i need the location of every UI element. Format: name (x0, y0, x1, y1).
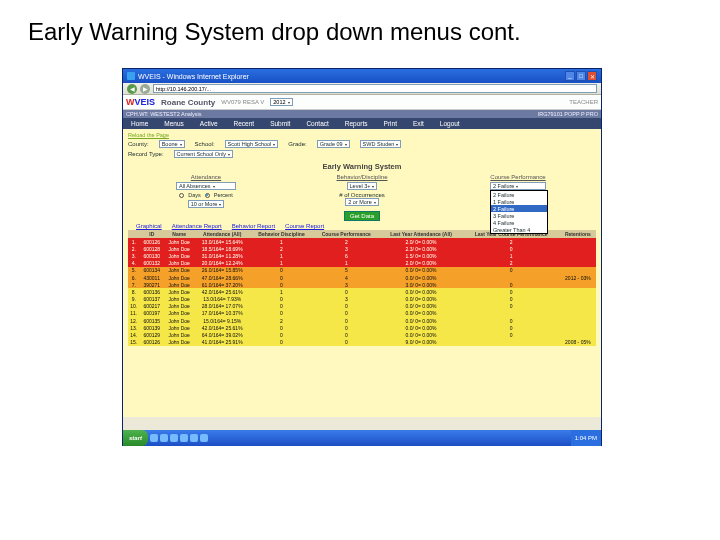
course-column: Course Performance 2 Failure 2 Failure1 … (440, 174, 596, 208)
attendance-head: Attendance (128, 174, 284, 180)
menu-logout[interactable]: Logout (432, 118, 468, 129)
table-row[interactable]: 5.600134John Doe26.0/164= 15.85%050.0/ 0… (128, 267, 596, 274)
col-header: Retentions (560, 230, 596, 238)
course-option[interactable]: Greater Than 4 (491, 226, 547, 233)
menu-recent[interactable]: Recent (226, 118, 263, 129)
school-label: School: (195, 141, 215, 147)
reload-link[interactable]: Reload the Page (128, 132, 596, 138)
table-row[interactable]: 1.600126John Doe13.0/164= 15.64%122.0/ 0… (128, 238, 596, 245)
task-icon[interactable] (160, 434, 168, 442)
menu-print[interactable]: Print (376, 118, 405, 129)
table-row[interactable]: 2.600128John Doe18.5/164= 18.69%232.3/ 0… (128, 245, 596, 252)
menu-active[interactable]: Active (192, 118, 226, 129)
task-icon[interactable] (190, 434, 198, 442)
occurrences-select[interactable]: 2 or More (345, 198, 379, 206)
table-row[interactable]: 12.600135John Doe15.0/164= 9.15%200.0/ 0… (128, 317, 596, 324)
table-row[interactable]: 13.600139John Doe42.0/164= 25.61%000.0/ … (128, 324, 596, 331)
back-icon[interactable]: ◀ (127, 84, 137, 94)
col-header (128, 230, 140, 238)
menu-submit[interactable]: Submit (262, 118, 298, 129)
col-header: Behavior Discipline (250, 230, 313, 238)
county-label: County: (128, 141, 149, 147)
year-select[interactable]: 2012 (270, 98, 292, 106)
behavior-column: Behavior/Discipline Level 3+ # of Occurr… (284, 174, 440, 208)
table-row[interactable]: 4.600132John Doe20.0/164= 12.24%112.0/ 0… (128, 260, 596, 267)
course-option[interactable]: 3 Failure (491, 212, 547, 219)
report-link[interactable]: Graphical (136, 223, 162, 229)
logo: WVEIS (126, 97, 155, 107)
taskbar: start 1:04 PM (123, 430, 601, 446)
slide-title: Early Warning System drop down menus con… (0, 0, 720, 54)
section-title: Early Warning System (128, 162, 596, 171)
grade-select[interactable]: Grade 09 (317, 140, 350, 148)
behavior-head: Behavior/Discipline (284, 174, 440, 180)
task-icon[interactable] (150, 434, 158, 442)
rectype-label: Record Type: (128, 151, 164, 157)
days-radio[interactable] (179, 193, 184, 198)
minimize-button[interactable]: _ (565, 71, 575, 81)
table-row[interactable]: 8.600136John Doe42.0/164= 25.61%100.0/ 0… (128, 288, 596, 295)
content-area: Reload the Page County: Boone School: Sc… (123, 129, 601, 417)
col-header: ID (140, 230, 164, 238)
start-button[interactable]: start (123, 430, 148, 446)
behavior-level-select[interactable]: Level 3+ (347, 182, 378, 190)
grade-label: Grade: (288, 141, 306, 147)
main-menu: HomeMenusActiveRecentSubmitContactReport… (123, 118, 601, 129)
table-row[interactable]: 15.600126John Doe41.0/164= 25.91%009.0/ … (128, 339, 596, 346)
percent-radio[interactable] (205, 193, 210, 198)
close-button[interactable]: ✕ (587, 71, 597, 81)
course-head: Course Performance (440, 174, 596, 180)
course-dropdown-list[interactable]: 2 Failure1 Failure2 Failure3 Failure4 Fa… (490, 190, 548, 234)
results-table: IDNameAttendance (All)Behavior Disciplin… (128, 230, 596, 346)
report-link[interactable]: Attendance Report (172, 223, 222, 229)
task-icon[interactable] (200, 434, 208, 442)
menu-home[interactable]: Home (123, 118, 156, 129)
attendance-threshold-select[interactable]: 10 or More (188, 200, 225, 208)
menu-exit[interactable]: Exit (405, 118, 432, 129)
system-tray: 1:04 PM (571, 430, 601, 446)
col-header: Last Year Attendance (All) (380, 230, 463, 238)
forward-icon[interactable]: ▶ (140, 84, 150, 94)
table-row[interactable]: 3.600130John Doe31.0/164= 11.28%161.5/ 0… (128, 252, 596, 259)
table-row[interactable]: 6.430011John Doe47.0/164= 28.66%040.0/ 0… (128, 274, 596, 281)
table-row[interactable]: 14.600129John Doe64.0/164= 39.02%000.0/ … (128, 331, 596, 338)
absences-select[interactable]: All Absences (176, 182, 236, 190)
table-row[interactable]: 7.390271John Doe61.0/164= 37.20%033.0/ 0… (128, 281, 596, 288)
maximize-button[interactable]: □ (576, 71, 586, 81)
app-banner: WVEIS Roane County WV079 RESA V 2012 TEA… (123, 95, 601, 110)
course-option[interactable]: 4 Failure (491, 219, 547, 226)
ie-icon (127, 72, 135, 80)
col-header: Attendance (All) (194, 230, 250, 238)
attendance-column: Attendance All Absences Days Percent 10 … (128, 174, 284, 208)
school-select[interactable]: Scott High School (225, 140, 279, 148)
table-row[interactable]: 10.600217John Doe28.0/164= 17.07%000.0/ … (128, 303, 596, 310)
task-icon[interactable] (170, 434, 178, 442)
task-icon[interactable] (180, 434, 188, 442)
menu-contact[interactable]: Contact (298, 118, 336, 129)
swd-select[interactable]: SWD Studen (360, 140, 402, 148)
address-bar: ◀ ▶ http://10.146.200.17/... (123, 83, 601, 95)
table-row[interactable]: 9.600137John Doe13.0/164= 7.93%030.0/ 0=… (128, 296, 596, 303)
course-select[interactable]: 2 Failure (490, 182, 546, 190)
menu-reports[interactable]: Reports (337, 118, 376, 129)
course-option[interactable]: 1 Failure (491, 198, 547, 205)
table-row[interactable]: 11.600197John Doe17.0/164= 10.37%000.0/ … (128, 310, 596, 317)
menu-menus[interactable]: Menus (156, 118, 192, 129)
get-data-button[interactable]: Get Data (344, 211, 380, 221)
col-header: Name (164, 230, 194, 238)
course-option[interactable]: 2 Failure (491, 205, 547, 212)
banner-subline: CPH.WT: WESTEST2 AnalysisIRG79101 POPP P… (123, 110, 601, 118)
course-option[interactable]: 2 Failure (491, 191, 547, 198)
report-link[interactable]: Behavior Report (232, 223, 275, 229)
titlebar: WVEIS - Windows Internet Explorer _ □ ✕ (123, 69, 601, 83)
browser-window: WVEIS - Windows Internet Explorer _ □ ✕ … (122, 68, 602, 446)
report-link[interactable]: Course Report (285, 223, 324, 229)
window-title: WVEIS - Windows Internet Explorer (138, 73, 565, 80)
rectype-select[interactable]: Current School Only (174, 150, 234, 158)
resa-label: WV079 RESA V (221, 99, 264, 105)
role-label: TEACHER (569, 99, 598, 105)
county-select[interactable]: Boone (159, 140, 185, 148)
url-input[interactable]: http://10.146.200.17/... (153, 84, 597, 93)
col-header: Course Performance (313, 230, 380, 238)
county-name: Roane County (161, 98, 215, 107)
